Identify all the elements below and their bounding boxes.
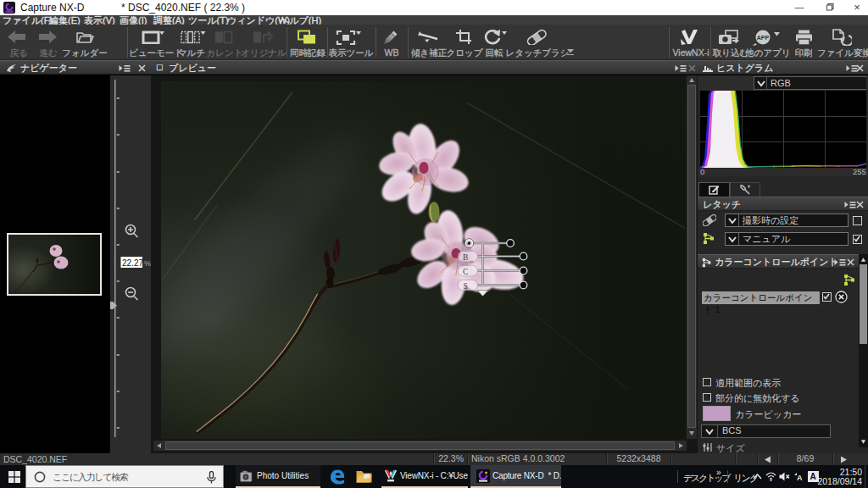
- svg-text:22.27: 22.27: [122, 258, 143, 268]
- svg-text:S: S: [464, 282, 468, 291]
- svg-text:C: C: [463, 268, 468, 276]
- svg-text:%: %: [144, 259, 151, 268]
- svg-text:B: B: [463, 253, 468, 262]
- svg-text:APP: APP: [757, 35, 770, 41]
